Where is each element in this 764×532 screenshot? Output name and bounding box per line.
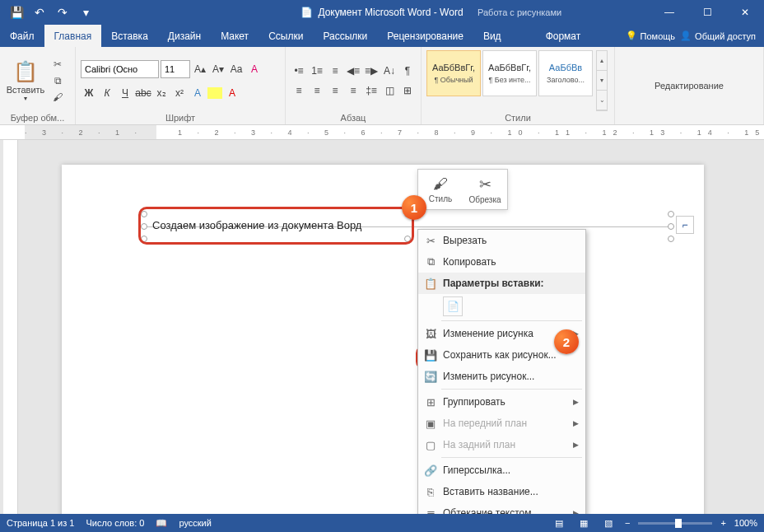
tell-me[interactable]: 💡Помощь	[626, 30, 676, 41]
copy-icon[interactable]: ⧉	[49, 73, 66, 88]
style-preview: АаБбВвГг,	[488, 63, 531, 72]
tab-file[interactable]: Файл	[0, 25, 44, 47]
copy-icon: ⧉	[423, 255, 438, 268]
mini-crop-button[interactable]: ✂ Обрезка	[463, 170, 507, 209]
decrease-indent-icon[interactable]: ◀≡	[345, 63, 361, 79]
paint-icon: 🖌	[433, 175, 448, 193]
ctx-paste-options: 📄	[418, 294, 585, 319]
justify-icon[interactable]: ≡	[345, 82, 361, 99]
font-name-combo[interactable]: Calibri (Осно	[81, 60, 159, 78]
resize-handle[interactable]	[141, 236, 147, 242]
font-color-icon[interactable]: A	[224, 85, 240, 101]
undo-icon[interactable]: ↶	[30, 2, 49, 22]
tab-layout[interactable]: Макет	[211, 25, 259, 47]
window-controls: ― ☐ ✕	[650, 0, 764, 25]
style-normal[interactable]: АаБбВвГг, ¶ Обычный	[426, 50, 481, 96]
ctx-wrap-text[interactable]: ≣Обтекание текстом▶	[418, 502, 585, 514]
italic-button[interactable]: К	[99, 85, 115, 101]
sort-icon[interactable]: A↓	[381, 63, 398, 79]
mini-toolbar: 🖌 Стиль ✂ Обрезка	[417, 169, 508, 210]
align-left-icon[interactable]: ≡	[291, 82, 307, 99]
paste-option-1[interactable]: 📄	[443, 296, 463, 316]
view-read-icon[interactable]: ▤	[551, 516, 567, 530]
ctx-insert-caption[interactable]: ⎘Вставить название...	[418, 481, 585, 502]
group-clipboard: 📋 Вставить ▾ ✂ ⧉ 🖌 Буфер обм...	[0, 47, 76, 124]
format-painter-icon[interactable]: 🖌	[49, 90, 66, 105]
align-right-icon[interactable]: ≡	[327, 82, 343, 99]
redo-icon[interactable]: ↷	[53, 2, 72, 22]
tab-mailings[interactable]: Рассылки	[313, 25, 377, 47]
style-heading1[interactable]: АаБбВв Заголово...	[538, 50, 593, 96]
resize-handle[interactable]	[668, 236, 674, 242]
shrink-font-icon[interactable]: A▾	[210, 61, 226, 77]
minimize-button[interactable]: ―	[650, 0, 688, 25]
underline-button[interactable]: Ч	[117, 85, 133, 101]
clipboard-group-label: Буфер обм...	[5, 111, 70, 123]
grow-font-icon[interactable]: A▴	[192, 61, 208, 77]
ctx-copy[interactable]: ⧉Копировать	[418, 251, 585, 273]
shading-icon[interactable]: ◫	[381, 82, 398, 99]
strike-button[interactable]: abc	[135, 85, 151, 101]
zoom-out-button[interactable]: −	[625, 518, 630, 528]
maximize-button[interactable]: ☐	[688, 0, 726, 25]
view-print-icon[interactable]: ▦	[575, 516, 592, 530]
editing-button[interactable]: Редактирование	[655, 81, 724, 91]
status-language[interactable]: русский	[179, 518, 211, 528]
numbering-icon[interactable]: 1≡	[309, 63, 325, 79]
tab-design[interactable]: Дизайн	[158, 25, 211, 47]
ctx-cut[interactable]: ✂Вырезать	[418, 230, 585, 251]
tab-references[interactable]: Ссылки	[259, 25, 313, 47]
zoom-in-button[interactable]: +	[720, 518, 725, 528]
clear-format-icon[interactable]: A	[246, 61, 263, 77]
increase-indent-icon[interactable]: ≡▶	[363, 63, 380, 79]
resize-handle[interactable]	[404, 236, 411, 242]
bullets-icon[interactable]: •≡	[291, 63, 307, 79]
borders-icon[interactable]: ⊞	[399, 82, 416, 99]
change-case-icon[interactable]: Aa	[228, 61, 245, 77]
style-name: ¶ Обычный	[434, 76, 473, 84]
close-button[interactable]: ✕	[726, 0, 764, 25]
vertical-ruler[interactable]	[3, 140, 18, 514]
paste-button[interactable]: 📋 Вставить ▾	[5, 50, 46, 111]
styles-gallery[interactable]: АаБбВвГг, ¶ Обычный АаБбВвГг, ¶ Без инте…	[426, 50, 608, 111]
save-icon: 💾	[423, 349, 438, 362]
ctx-group[interactable]: ⊞Группировать▶	[418, 391, 585, 413]
status-page[interactable]: Страница 1 из 1	[7, 518, 74, 528]
spellcheck-icon[interactable]: 📖	[156, 518, 167, 529]
ctx-change-picture[interactable]: 🔄Изменить рисунок...	[418, 366, 585, 387]
tab-insert[interactable]: Вставка	[101, 25, 158, 47]
bold-button[interactable]: Ж	[81, 85, 97, 101]
status-words[interactable]: Число слов: 0	[86, 518, 144, 528]
subscript-button[interactable]: x₂	[153, 85, 170, 101]
tab-format[interactable]: Формат	[536, 25, 591, 47]
font-size-combo[interactable]: 11	[161, 60, 190, 78]
resize-handle[interactable]	[141, 211, 147, 217]
highlight-icon[interactable]	[207, 87, 222, 99]
page[interactable]: Создаем изображение из документа Ворд ⌐ …	[62, 165, 704, 514]
tab-review[interactable]: Рецензирование	[377, 25, 473, 47]
resize-handle[interactable]	[141, 223, 147, 230]
multilevel-icon[interactable]: ≡	[327, 63, 343, 79]
view-web-icon[interactable]: ▧	[600, 516, 617, 530]
align-center-icon[interactable]: ≡	[309, 82, 325, 99]
zoom-slider[interactable]	[638, 522, 712, 525]
qat-dropdown-icon[interactable]: ▾	[76, 2, 96, 22]
line-spacing-icon[interactable]: ‡≡	[363, 82, 380, 99]
show-marks-icon[interactable]: ¶	[399, 63, 416, 79]
tab-home[interactable]: Главная	[44, 25, 102, 47]
ctx-hyperlink[interactable]: 🔗Гиперссылка...	[418, 460, 585, 481]
resize-handle[interactable]	[668, 211, 674, 217]
horizontal-ruler[interactable]: · 3 · 2 · 1 · 1 · 2 · 3 · 4 · 5 · 6 · 7 …	[0, 125, 764, 140]
tab-view[interactable]: Вид	[473, 25, 511, 47]
cut-icon[interactable]: ✂	[49, 57, 66, 72]
superscript-button[interactable]: x²	[171, 85, 188, 101]
share-button[interactable]: 👤Общий доступ	[680, 30, 756, 41]
zoom-level[interactable]: 100%	[734, 518, 757, 528]
text-effects-icon[interactable]: A	[189, 85, 206, 101]
save-icon[interactable]: 💾	[7, 2, 26, 22]
layout-options-icon[interactable]: ⌐	[676, 216, 694, 234]
style-no-spacing[interactable]: АаБбВвГг, ¶ Без инте...	[482, 50, 537, 96]
picture-icon: 🖼	[423, 328, 438, 340]
styles-scroll[interactable]: ▴▾⌄	[596, 50, 608, 111]
resize-handle[interactable]	[668, 223, 674, 230]
